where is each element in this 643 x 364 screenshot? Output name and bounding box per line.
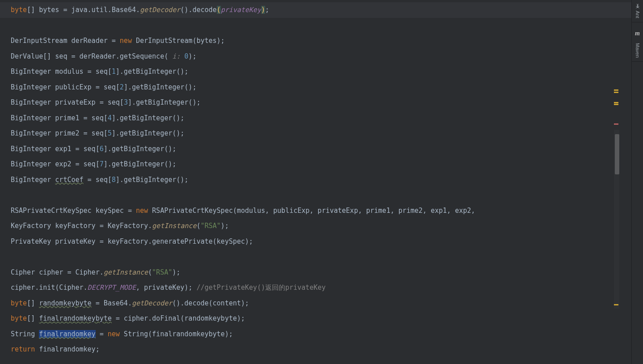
maven-tool-tab[interactable]: m Maven xyxy=(632,22,643,62)
tool-window-bar-right: Ant m Maven xyxy=(631,0,643,364)
code-line[interactable]: DerValue[] seq = derReader.getSequence( … xyxy=(11,49,631,64)
code-line[interactable]: Cipher cipher = Cipher.getInstance("RSA"… xyxy=(11,265,631,280)
warn-marker[interactable] xyxy=(614,104,618,105)
marker-strip xyxy=(613,0,619,364)
code-line[interactable]: PrivateKey privateKey = keyFactory.gener… xyxy=(11,234,631,250)
svg-line-2 xyxy=(636,4,637,5)
code-line[interactable]: RSAPrivateCrtKeySpec keySpec = new RSAPr… xyxy=(11,203,631,219)
code-line[interactable]: BigInteger publicExp = seq[2].getBigInte… xyxy=(11,80,631,95)
code-content[interactable]: byte[] bytes = java.util.Base64.getDecod… xyxy=(11,2,631,357)
svg-point-1 xyxy=(637,6,639,8)
code-line[interactable]: BigInteger crtCoef = seq[8].getBigIntege… xyxy=(11,172,631,188)
svg-line-3 xyxy=(638,4,639,5)
ant-label: Ant xyxy=(630,11,643,18)
svg-point-0 xyxy=(637,4,638,6)
code-line-blank[interactable] xyxy=(11,18,631,34)
svg-line-5 xyxy=(638,6,639,7)
warn-marker[interactable] xyxy=(614,102,618,103)
code-line[interactable]: byte[] randomkeybyte = Base64.getDecoder… xyxy=(11,296,631,311)
ant-tool-tab[interactable]: Ant xyxy=(632,0,643,22)
code-line[interactable]: KeyFactory keyFactory = KeyFactory.getIn… xyxy=(11,218,631,234)
code-line[interactable]: cipher.init(Cipher.DECRYPT_MODE, private… xyxy=(11,280,631,296)
code-line[interactable]: BigInteger prime2 = seq[5].getBigInteger… xyxy=(11,126,631,141)
code-editor[interactable]: byte[] bytes = java.util.Base64.getDecod… xyxy=(0,0,631,364)
ant-icon xyxy=(635,4,640,9)
code-line[interactable]: BigInteger prime1 = seq[4].getBigInteger… xyxy=(11,110,631,126)
svg-line-6 xyxy=(636,8,637,8)
code-line[interactable]: BigInteger privateExp = seq[3].getBigInt… xyxy=(11,95,631,110)
svg-line-4 xyxy=(636,6,637,7)
code-line[interactable]: String finalrandomkey = new String(final… xyxy=(11,326,631,342)
maven-label: Maven xyxy=(630,43,643,58)
warn-marker[interactable] xyxy=(614,304,618,305)
err-marker[interactable] xyxy=(614,123,618,125)
code-line[interactable]: BigInteger modulus = seq[1].getBigIntege… xyxy=(11,64,631,80)
warn-marker[interactable] xyxy=(614,92,618,93)
warn-marker[interactable] xyxy=(614,89,618,91)
code-line[interactable]: byte[] bytes = java.util.Base64.getDecod… xyxy=(11,2,631,18)
code-line[interactable]: DerInputStream derReader = new DerInputS… xyxy=(11,33,631,49)
code-line[interactable]: byte[] finalrandomkeybyte = cipher.doFin… xyxy=(11,311,631,326)
code-line[interactable]: return finalrandomkey; xyxy=(11,342,631,357)
code-line-blank[interactable] xyxy=(11,187,631,203)
code-line-blank[interactable] xyxy=(11,249,631,265)
svg-line-7 xyxy=(638,8,639,8)
maven-icon: m xyxy=(635,26,640,42)
code-line[interactable]: BigInteger exp2 = seq[7].getBigInteger()… xyxy=(11,157,631,172)
code-line[interactable]: BigInteger exp1 = seq[6].getBigInteger()… xyxy=(11,141,631,157)
